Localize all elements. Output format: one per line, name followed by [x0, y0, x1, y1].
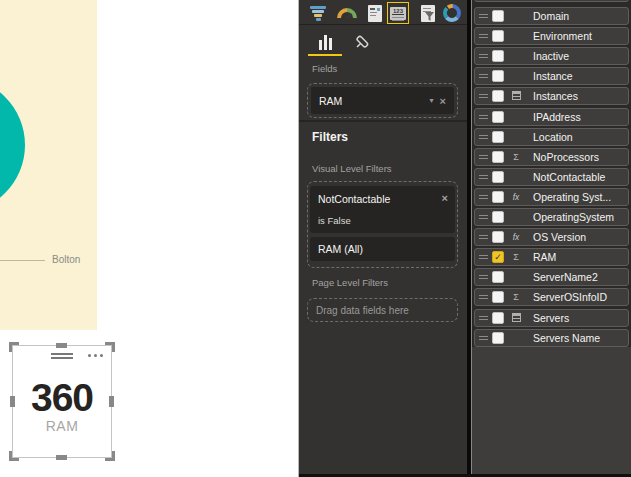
- bar-chart-icon: [319, 35, 332, 50]
- drag-handle-icon[interactable]: [479, 113, 488, 121]
- donut-data-label: Bolton: [52, 254, 80, 265]
- resize-handle-bottom[interactable]: [56, 455, 67, 460]
- donut-chart-icon[interactable]: [441, 2, 463, 24]
- field-checkbox[interactable]: ✓: [492, 332, 504, 344]
- field-checkbox[interactable]: ✓: [492, 251, 504, 263]
- drag-handle-icon[interactable]: [479, 153, 488, 161]
- calculated-column-icon: fx: [507, 232, 525, 242]
- filter-field-name: RAM (All): [310, 243, 363, 255]
- resize-corner-top-left[interactable]: [9, 342, 19, 352]
- paint-roller-icon: [353, 33, 371, 51]
- field-checkbox[interactable]: ✓: [492, 312, 504, 324]
- drag-grip-icon[interactable]: [51, 353, 73, 361]
- donut-chart-visual[interactable]: Bolton: [0, 0, 97, 330]
- filter-card-ram[interactable]: RAM (All): [310, 237, 455, 261]
- drag-handle-icon[interactable]: [479, 12, 488, 20]
- drag-handle-icon[interactable]: [479, 193, 488, 201]
- field-row[interactable]: ✓ Servers Name: [474, 329, 629, 347]
- card-visual[interactable]: 360 RAM: [12, 345, 112, 458]
- gauge-icon[interactable]: [336, 2, 358, 24]
- drag-handle-icon[interactable]: [479, 253, 488, 261]
- funnel-chart-icon[interactable]: [307, 2, 329, 24]
- sum-icon: Σ: [507, 152, 525, 162]
- drag-handle-icon[interactable]: [479, 293, 488, 301]
- field-checkbox[interactable]: ✓: [492, 151, 504, 163]
- field-checkbox[interactable]: ✓: [492, 171, 504, 183]
- field-checkbox[interactable]: ✓: [492, 50, 504, 62]
- visualizations-pane: 123: [298, 0, 467, 477]
- field-label: Instance: [533, 70, 573, 82]
- field-row[interactable]: ✓ ServerName2: [474, 268, 629, 286]
- chevron-down-icon[interactable]: ▾: [424, 96, 440, 105]
- drag-handle-icon[interactable]: [479, 233, 488, 241]
- section-divider: [299, 120, 467, 122]
- drag-handle-icon[interactable]: [479, 173, 488, 181]
- field-checkbox[interactable]: ✓: [492, 131, 504, 143]
- filter-card-notcontactable[interactable]: NotContactable × is False: [310, 186, 455, 233]
- drag-handle-icon[interactable]: [479, 32, 488, 40]
- field-row[interactable]: ✓ fx Operating Syst...: [474, 188, 629, 206]
- sum-icon: Σ: [507, 292, 525, 302]
- drag-handle-icon[interactable]: [479, 314, 488, 322]
- field-row[interactable]: ✓ Environment: [474, 27, 629, 45]
- drag-handle-icon[interactable]: [479, 273, 488, 281]
- field-row[interactable]: ✓ Instances: [474, 87, 629, 105]
- field-row[interactable]: ✓ Σ NoProcessors: [474, 148, 629, 166]
- drag-handle-icon[interactable]: [479, 72, 488, 80]
- field-label: ServerOSInfoID: [533, 291, 607, 303]
- field-rows-area: ✓ Domain ✓ Environment ✓ Inactive ✓ Inst…: [472, 0, 631, 347]
- more-options-icon[interactable]: [88, 354, 103, 357]
- field-checkbox[interactable]: ✓: [492, 231, 504, 243]
- resize-corner-bottom-right[interactable]: [105, 451, 115, 461]
- field-row[interactable]: ✓ Instance: [474, 67, 629, 85]
- page-level-filters-well[interactable]: Drag data fields here: [307, 298, 458, 322]
- field-checkbox[interactable]: ✓: [492, 10, 504, 22]
- field-checkbox[interactable]: ✓: [492, 291, 504, 303]
- field-row[interactable]: ✓ OperatingSystem: [474, 208, 629, 226]
- field-row[interactable]: ✓ Location: [474, 128, 629, 146]
- field-row[interactable]: ✓ Domain: [474, 7, 629, 25]
- field-checkbox[interactable]: ✓: [492, 211, 504, 223]
- field-checkbox[interactable]: ✓: [492, 70, 504, 82]
- slicer-icon[interactable]: [417, 2, 439, 24]
- field-row[interactable]: ✓ Inactive: [474, 47, 629, 65]
- field-row[interactable]: ✓ Servers: [474, 309, 629, 327]
- multi-row-card-icon[interactable]: [364, 2, 386, 24]
- resize-corner-top-right[interactable]: [105, 342, 115, 352]
- field-checkbox[interactable]: ✓: [492, 30, 504, 42]
- field-label: NotContactable: [533, 171, 605, 183]
- field-row[interactable]: ✓ fx OS Version: [474, 228, 629, 246]
- drag-handle-icon[interactable]: [479, 213, 488, 221]
- page-level-filters-label: Page Level Filters: [312, 277, 388, 288]
- sum-icon: Σ: [507, 252, 525, 262]
- field-row[interactable]: ✓ IPAddress: [474, 108, 629, 126]
- field-label: Domain: [533, 10, 569, 22]
- field-checkbox[interactable]: ✓: [492, 191, 504, 203]
- drag-handle-icon[interactable]: [479, 92, 488, 100]
- field-checkbox[interactable]: ✓: [492, 90, 504, 102]
- filter-field-name: NotContactable: [318, 193, 390, 205]
- field-row-clipped[interactable]: [474, 0, 629, 2]
- drag-handle-icon[interactable]: [479, 133, 488, 141]
- table-icon: [507, 91, 525, 102]
- drag-handle-icon[interactable]: [479, 52, 488, 60]
- remove-field-icon[interactable]: ×: [440, 95, 454, 107]
- field-row[interactable]: ✓ Σ RAM: [474, 248, 629, 266]
- drag-handle-icon[interactable]: [479, 334, 488, 342]
- report-canvas[interactable]: Bolton 360 RAM: [0, 0, 298, 477]
- donut-slice[interactable]: [0, 77, 25, 213]
- resize-handle-top[interactable]: [56, 343, 67, 348]
- field-label: RAM: [533, 251, 556, 263]
- field-pill-ram[interactable]: RAM ▾ ×: [311, 87, 454, 114]
- card-category-label: RAM: [13, 418, 111, 434]
- resize-corner-bottom-left[interactable]: [9, 451, 19, 461]
- field-row[interactable]: ✓ NotContactable: [474, 168, 629, 186]
- field-row[interactable]: ✓ Σ ServerOSInfoID: [474, 288, 629, 306]
- card-icon[interactable]: 123: [387, 2, 409, 24]
- field-checkbox[interactable]: ✓: [492, 111, 504, 123]
- field-checkbox[interactable]: ✓: [492, 271, 504, 283]
- tab-fields[interactable]: [308, 30, 342, 54]
- field-pill-label: RAM: [311, 95, 424, 107]
- remove-filter-icon[interactable]: ×: [442, 192, 448, 204]
- tab-format[interactable]: [345, 30, 379, 54]
